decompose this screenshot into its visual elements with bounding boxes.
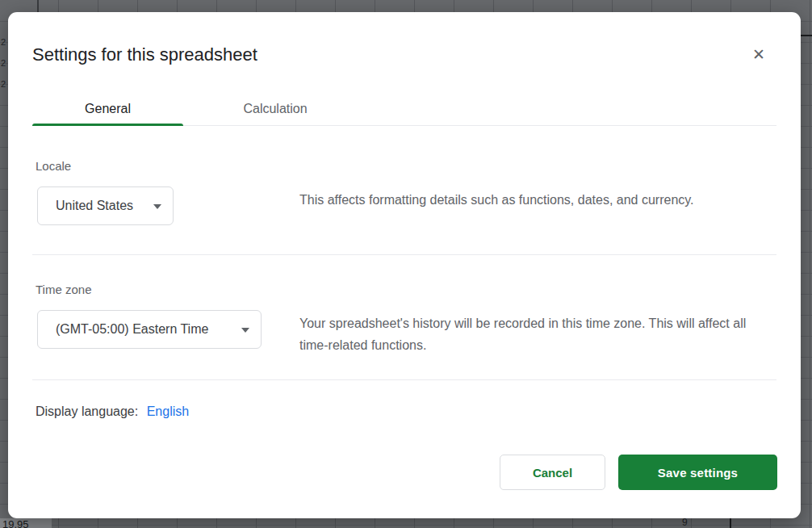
locale-label: Locale [36, 158, 71, 174]
save-settings-button[interactable]: Save settings [618, 455, 777, 490]
backdrop-selected-cell: 19.95 [0, 518, 52, 528]
display-language-label: Display language: [36, 404, 138, 418]
timezone-dropdown-value: (GMT-05:00) Eastern Time [56, 322, 208, 337]
backdrop-cell-value: 9 [682, 518, 688, 527]
tab-general[interactable]: General [32, 93, 183, 125]
dialog-title: Settings for this spreadsheet [32, 44, 257, 66]
display-language-link[interactable]: English [147, 404, 189, 418]
divider [32, 379, 776, 380]
chevron-down-icon [241, 328, 249, 333]
timezone-label: Time zone [36, 282, 91, 298]
backdrop-cell-value: 2 [1, 80, 6, 89]
tab-calculation[interactable]: Calculation [183, 93, 367, 125]
row-border-line [801, 35, 812, 36]
backdrop-cell-value: 2 [1, 59, 6, 68]
display-language-row: Display language: English [36, 404, 189, 419]
locale-description: This affects formatting details such as … [299, 189, 739, 211]
column-border-line [730, 518, 731, 528]
close-icon[interactable]: ✕ [748, 44, 769, 65]
timezone-description: Your spreadsheet's history will be recor… [299, 312, 766, 356]
locale-dropdown[interactable]: United States [37, 186, 174, 225]
cancel-button[interactable]: Cancel [500, 455, 605, 490]
column-border-line [37, 0, 39, 12]
dialog-footer: Cancel Save settings [500, 455, 777, 490]
tab-bar: General Calculation [32, 93, 776, 126]
divider [32, 254, 776, 255]
chevron-down-icon [153, 204, 161, 209]
timezone-dropdown[interactable]: (GMT-05:00) Eastern Time [37, 310, 262, 349]
backdrop-cell-value: 2 [1, 38, 6, 47]
settings-dialog: Settings for this spreadsheet ✕ General … [8, 12, 801, 518]
locale-dropdown-value: United States [56, 199, 133, 213]
